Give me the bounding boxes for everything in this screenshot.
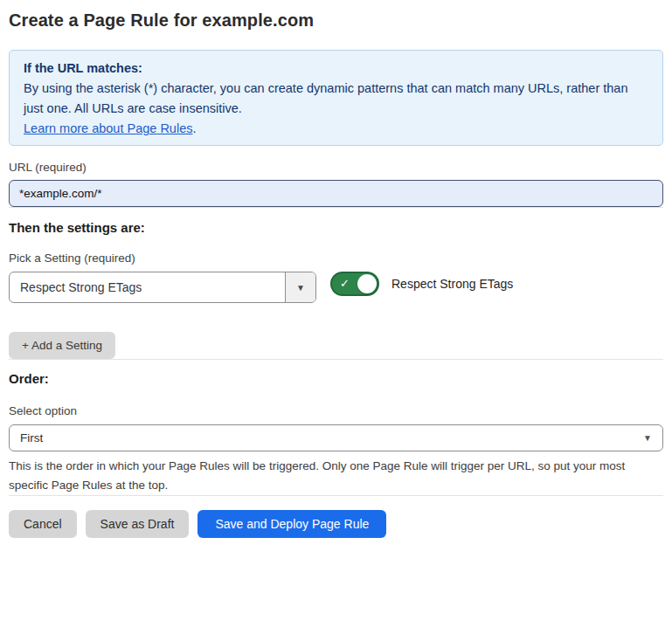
url-match-info-box: If the URL matches: By using the asteris… bbox=[9, 50, 663, 146]
order-select-value: First bbox=[20, 431, 43, 444]
chevron-down-icon: ▼ bbox=[296, 283, 305, 293]
learn-more-link[interactable]: Learn more about Page Rules bbox=[24, 121, 192, 135]
setting-select-value: Respect Strong ETags bbox=[10, 272, 285, 302]
order-select[interactable]: First ▼ bbox=[9, 424, 663, 451]
chevron-down-icon: ▼ bbox=[643, 433, 652, 443]
order-select-label: Select option bbox=[9, 404, 663, 417]
footer-actions: Cancel Save as Draft Save and Deploy Pag… bbox=[9, 510, 663, 538]
section-divider bbox=[9, 207, 663, 208]
add-setting-button[interactable]: + Add a Setting bbox=[9, 332, 115, 359]
cancel-button[interactable]: Cancel bbox=[9, 510, 77, 538]
save-draft-button[interactable]: Save as Draft bbox=[86, 510, 190, 538]
url-label: URL (required) bbox=[9, 161, 663, 174]
settings-heading: Then the settings are: bbox=[9, 220, 663, 235]
save-deploy-button[interactable]: Save and Deploy Page Rule bbox=[197, 510, 386, 538]
setting-select[interactable]: Respect Strong ETags ▼ bbox=[9, 272, 316, 303]
check-icon: ✓ bbox=[340, 278, 350, 289]
info-box-link-line: Learn more about Page Rules. bbox=[24, 119, 648, 139]
pick-setting-label: Pick a Setting (required) bbox=[9, 251, 663, 265]
order-help-text: This is the order in which your Page Rul… bbox=[9, 457, 663, 495]
info-box-body: By using the asterisk (*) character, you… bbox=[24, 79, 648, 119]
setting-select-dropdown-button[interactable]: ▼ bbox=[285, 272, 315, 302]
section-divider bbox=[9, 359, 663, 360]
page-rule-form: Create a Page Rule for example.com If th… bbox=[0, 9, 672, 538]
etags-toggle[interactable]: ✓ bbox=[330, 272, 379, 296]
url-input[interactable] bbox=[9, 180, 663, 207]
order-heading: Order: bbox=[9, 371, 663, 386]
link-suffix: . bbox=[192, 121, 196, 135]
info-box-heading: If the URL matches: bbox=[24, 59, 648, 79]
setting-row: Respect Strong ETags ▼ ✓ Respect Strong … bbox=[9, 272, 663, 303]
footer-divider bbox=[9, 495, 663, 496]
toggle-knob bbox=[357, 274, 377, 293]
page-title: Create a Page Rule for example.com bbox=[9, 9, 663, 31]
toggle-label: Respect Strong ETags bbox=[391, 272, 513, 296]
